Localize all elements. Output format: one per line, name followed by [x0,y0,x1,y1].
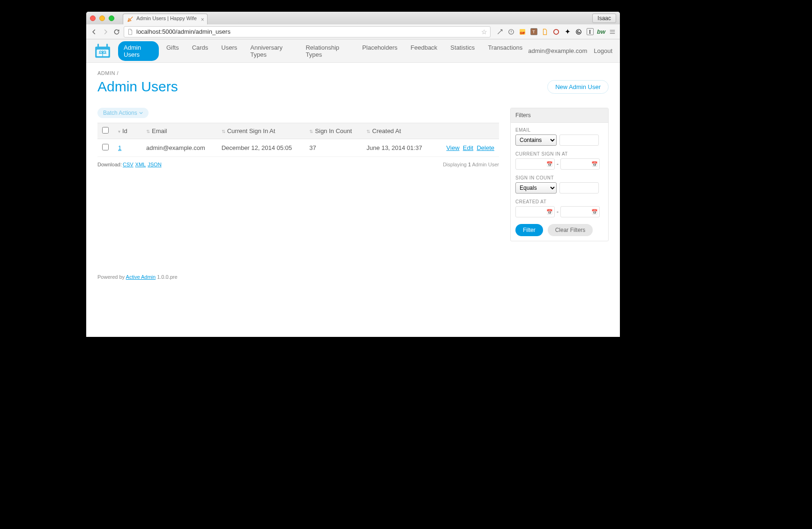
reload-button[interactable] [112,28,121,36]
batch-actions-button[interactable]: Batch Actions [97,108,149,118]
minimize-window-button[interactable] [99,15,105,21]
extension-icon[interactable] [541,28,549,36]
extension-icon[interactable]: I [586,28,594,36]
col-current-sign-in-at[interactable]: Current Sign In At [227,127,276,134]
favicon-icon [127,16,134,22]
calendar-icon[interactable]: 📅 [546,209,553,215]
svg-rect-6 [97,44,99,48]
download-xml[interactable]: XML [135,162,146,167]
nav-transactions[interactable]: Transactions [482,41,528,61]
sort-icon[interactable]: ⇅ [222,129,225,134]
download-row: Download: CSV XML JSON Displaying 1 Admi… [97,162,499,167]
nav-statistics[interactable]: Statistics [445,41,480,61]
chrome-profile-badge[interactable]: Isaac [592,14,616,23]
extension-icon[interactable]: T [530,28,537,36]
filter-email-operator[interactable]: Contains [515,134,557,146]
tab-close-icon[interactable]: × [201,16,204,23]
sort-icon[interactable]: ⇅ [309,129,313,134]
window-controls [90,15,114,21]
maximize-window-button[interactable] [109,15,114,21]
main-content: Batch Actions ▾Id ⇅Email ⇅Current Sign I… [97,108,499,241]
sort-icon[interactable]: ▾ [118,129,120,134]
extension-icon[interactable] [552,28,560,36]
forward-button[interactable] [101,28,110,36]
extension-icon[interactable]: ✦ [564,28,571,36]
filter-clear-button[interactable]: Clear Filters [548,224,593,236]
app-logo-icon [94,43,112,60]
new-admin-user-button[interactable]: New Admin User [547,80,609,94]
nav-gifts[interactable]: Gifts [161,41,185,61]
extension-icon[interactable]: bw [597,28,605,36]
filter-submit-button[interactable]: Filter [515,224,543,236]
col-id[interactable]: Id [122,127,127,134]
table-row: 1 admin@example.com December 12, 2014 05… [97,139,499,157]
row-edit-link[interactable]: Edit [463,144,473,151]
download-json[interactable]: JSON [148,162,161,167]
nav-feedback[interactable]: Feedback [405,41,443,61]
filter-sign-in-count-input[interactable] [559,182,599,194]
filter-buttons: Filter Clear Filters [515,224,603,236]
page-icon [127,29,134,35]
extension-icon[interactable] [507,28,515,36]
nav-placeholders[interactable]: Placeholders [357,41,403,61]
breadcrumb-root[interactable]: ADMIN [97,70,115,76]
calendar-icon[interactable]: 📅 [546,161,553,167]
filter-email-input[interactable] [559,134,599,146]
breadcrumb: ADMIN / [97,70,609,76]
svg-point-3 [554,29,559,34]
footer-suffix: 1.0.0.pre [156,274,177,280]
admin-header: Admin Users Gifts Cards Users Anniversar… [86,39,620,63]
caret-down-icon [139,111,143,115]
main-columns: Batch Actions ▾Id ⇅Email ⇅Current Sign I… [97,108,609,241]
row-delete-link[interactable]: Delete [477,144,494,151]
download-csv[interactable]: CSV [123,162,134,167]
col-created-at[interactable]: Created At [372,127,401,134]
select-all-checkbox[interactable] [102,127,109,134]
breadcrumb-sep: / [117,70,119,76]
filter-created-at-label: CREATED AT [515,199,603,204]
filters-panel: Filters EMAIL Contains [510,108,609,241]
calendar-icon[interactable]: 📅 [591,161,598,167]
nav-users[interactable]: Users [216,41,243,61]
extension-icon[interactable] [575,28,582,36]
utility-nav: admin@example.com Logout [528,47,612,54]
nav-admin-users[interactable]: Admin Users [118,41,159,61]
extension-icon[interactable]: GIF [519,28,526,36]
back-button[interactable] [90,28,98,36]
row-checkbox[interactable] [102,144,109,150]
close-window-button[interactable] [90,15,96,21]
col-email[interactable]: Email [152,127,167,134]
nav-anniversary-types[interactable]: Anniversary Types [245,41,298,61]
page-title: Admin Users [97,79,178,95]
row-id-link[interactable]: 1 [118,144,121,151]
address-bar[interactable]: localhost:5000/admin/admin_users ☆ [124,26,491,37]
svg-rect-7 [106,44,108,48]
logout-link[interactable]: Logout [594,47,612,54]
url-host: localhost [136,28,160,35]
row-email: admin@example.com [142,139,217,157]
filter-sign-in-count: SIGN IN COUNT Equals [515,175,603,194]
extension-icon[interactable] [496,28,504,36]
chrome-menu-icon[interactable] [609,28,616,36]
nav-relationship-types[interactable]: Relationship Types [300,41,355,61]
sort-icon[interactable]: ⇅ [146,129,150,134]
admin-users-table: ▾Id ⇅Email ⇅Current Sign In At ⇅Sign In … [97,123,499,157]
footer: Powered by Active Admin 1.0.0.pre [86,268,620,286]
filter-created-at: CREATED AT 📅 - 📅 [515,199,603,217]
filter-email: EMAIL Contains [515,127,603,146]
footer-link[interactable]: Active Admin [126,274,156,280]
svg-point-4 [576,29,581,34]
bookmark-star-icon[interactable]: ☆ [481,28,487,36]
row-view-link[interactable]: View [447,144,460,151]
filter-email-label: EMAIL [515,127,603,133]
sort-icon[interactable]: ⇅ [366,129,370,134]
col-sign-in-count[interactable]: Sign In Count [315,127,352,134]
browser-tab[interactable]: Admin Users | Happy Wife × [123,14,208,24]
filters-title: Filters [511,108,608,123]
batch-actions-label: Batch Actions [103,110,137,116]
nav-cards[interactable]: Cards [186,41,214,61]
row-sign-in-count: 37 [305,139,362,157]
filter-sign-in-count-operator[interactable]: Equals [515,182,557,194]
calendar-icon[interactable]: 📅 [591,209,598,215]
current-user-link[interactable]: admin@example.com [528,47,587,54]
